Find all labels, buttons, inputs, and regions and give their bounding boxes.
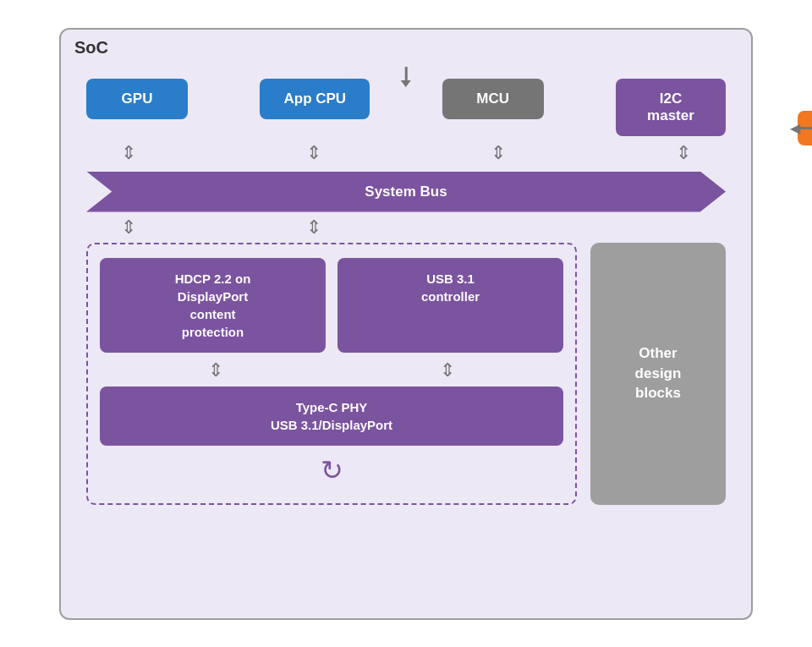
appcpu-chip: App CPU: [260, 79, 370, 119]
usb31-arrow: [440, 359, 455, 381]
i2c-tcpc-arrow: [790, 121, 812, 136]
diagram-wrapper: SoC TCPM TCPC GPU App CPU MCU: [25, 19, 787, 628]
bus-arrow-row: [78, 216, 734, 239]
refresh-icon: ↻: [100, 454, 563, 486]
bus-arrow-2: [288, 217, 339, 239]
dashed-area: HDCP 2.2 onDisplayPortcontentprotection …: [86, 243, 577, 505]
mcu-chip: MCU: [442, 79, 544, 119]
inner-chips-row: HDCP 2.2 onDisplayPortcontentprotection …: [100, 258, 563, 353]
top-arrow-row: [78, 141, 734, 165]
soc-label: SoC: [74, 38, 108, 58]
inner-arrow-row: [100, 359, 563, 381]
gpu-arrow: [103, 142, 154, 164]
hdcp-arrow: [208, 359, 223, 381]
other-blocks: Otherdesignblocks: [590, 243, 726, 505]
i2c-chip: I2Cmaster: [616, 79, 726, 136]
typec-chip: Type-C PHYUSB 3.1/DisplayPort: [100, 387, 563, 446]
system-bus: System Bus: [86, 172, 726, 212]
mcu-arrow: [473, 142, 524, 164]
system-bus-row: System Bus: [86, 172, 726, 212]
bus-arrow-1: [103, 217, 154, 239]
appcpu-arrow: [288, 142, 339, 164]
lower-section: HDCP 2.2 onDisplayPortcontentprotection …: [78, 243, 734, 505]
hdcp-chip: HDCP 2.2 onDisplayPortcontentprotection: [100, 258, 326, 353]
i2c-arrow: [658, 142, 709, 164]
usb31-chip: USB 3.1controller: [337, 258, 563, 353]
gpu-chip: GPU: [86, 79, 188, 119]
soc-container: SoC TCPM TCPC GPU App CPU MCU: [59, 28, 753, 620]
top-chips-row: GPU App CPU MCU I2Cmaster: [78, 79, 734, 136]
